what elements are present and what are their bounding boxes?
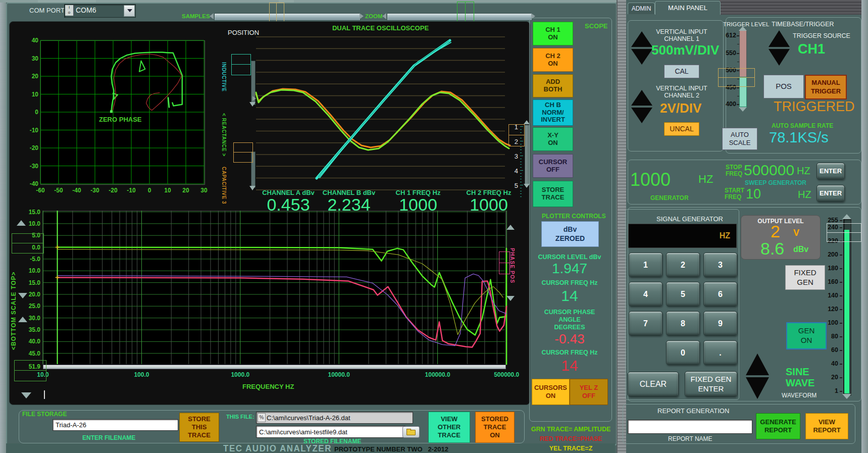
ch1-down-arrow[interactable] [631, 49, 652, 65]
dbv-zeroed-button[interactable]: dBv ZEROED [541, 221, 599, 247]
generator-hz: HZ [698, 173, 713, 186]
filename-input[interactable]: Triad-A-26 [53, 419, 178, 431]
level-slider-handle-arrow[interactable] [842, 394, 851, 399]
waveform-down-arrow[interactable] [746, 377, 769, 399]
freq-scale-down[interactable] [18, 293, 27, 298]
generate-report-button[interactable]: GENERATE REPORT [756, 413, 800, 439]
level-tick [840, 350, 842, 351]
scope-scale-handle[interactable] [508, 124, 525, 146]
trigger-tick-label: 550 [723, 49, 736, 57]
freq-hscrollbar[interactable] [43, 365, 506, 369]
pos-button[interactable]: POS [763, 75, 804, 98]
level-tick [840, 295, 842, 296]
level-tick [840, 255, 842, 256]
freq-x-tick: 1000.0 [223, 371, 258, 378]
start-freq-label: START FREQ [725, 187, 741, 200]
freq-y-tick: 10.0 [23, 220, 40, 227]
key-0[interactable]: 0 [666, 340, 700, 365]
scope-button-ch-2[interactable]: CH 2 ON [533, 48, 573, 72]
yel-z-off-button[interactable]: YEL Z OFF [570, 379, 608, 405]
freq-top-scale-up[interactable] [17, 220, 26, 226]
key-7[interactable]: 7 [629, 311, 662, 336]
waveform-label: WAVEFORM [782, 392, 816, 399]
stored-file-input[interactable]: C:\ami\curves\ami-testfile9.dat [256, 426, 405, 438]
signal-gen-display[interactable]: HZ [628, 224, 737, 248]
com-port-dropdown[interactable]: Io COM6 [64, 4, 136, 18]
key-dot[interactable]: . [703, 340, 737, 365]
io-icon: Io [65, 5, 74, 16]
auto-scale-button[interactable]: AUTO SCALE [722, 128, 757, 150]
right-top-band [720, 0, 868, 15]
wave-value: SINE WAVE [786, 366, 814, 388]
store-this-trace-button[interactable]: STORE THIS TRACE [179, 413, 219, 442]
samples-slider-left-arrow[interactable] [210, 13, 214, 19]
key-9[interactable]: 9 [703, 311, 737, 336]
samples-slider[interactable] [214, 13, 361, 21]
scope-scale-tick [520, 182, 522, 182]
ch2-down-arrow[interactable] [631, 108, 652, 123]
key-6[interactable]: 6 [703, 282, 737, 307]
trigger-slider-up[interactable] [739, 26, 747, 31]
view-report-button[interactable]: VIEW REPORT [805, 413, 848, 439]
level-tick-label: 20 [822, 374, 838, 381]
stored-trace-on-button[interactable]: STORED TRACE ON [475, 412, 515, 443]
sample-rate-label: AUTO SAMPLE RATE [772, 122, 833, 129]
freq-top-scale-box[interactable] [12, 233, 44, 254]
scope-button-add[interactable]: ADD BOTH [533, 74, 573, 97]
key-4[interactable]: 4 [629, 282, 662, 307]
inductive-label: INDUCTIVE [221, 62, 227, 91]
freq-bottom-scale-up[interactable] [18, 317, 27, 322]
trigger-slider-down[interactable] [739, 107, 747, 112]
scope-button-cursor[interactable]: CURSOR OFF [533, 154, 573, 178]
key-2[interactable]: 2 [666, 253, 700, 277]
scope-button-ch-1[interactable]: CH 1 ON [533, 22, 573, 45]
manual-trigger-button[interactable]: MANUAL TRIGGER [805, 75, 847, 99]
cal-button[interactable]: CAL [664, 65, 699, 78]
scope-button-store[interactable]: STORE TRACE [533, 181, 573, 207]
uncal-button[interactable]: UNCAL [664, 122, 699, 136]
level-handle[interactable] [827, 223, 861, 242]
report-header: REPORT GENERATION [657, 407, 729, 415]
ch2-up-arrow[interactable] [631, 90, 652, 106]
ch1-up-arrow[interactable] [631, 31, 652, 47]
cursors-on-button[interactable]: CURSORS ON [532, 379, 570, 405]
report-name-label: REPORT NAME [668, 435, 712, 442]
xy-y-tick: 0 [24, 109, 38, 116]
tab-main-panel[interactable]: MAIN PANEL [655, 1, 721, 15]
signal-generator-header: SIGNAL GENERATOR [656, 215, 723, 223]
zoom-slider-left-arrow[interactable] [382, 13, 386, 19]
scope-button-ch-b[interactable]: CH B NORM/ INVERT [533, 99, 573, 126]
fixed-gen-enter-button[interactable]: FIXED GEN ENTER [685, 371, 737, 397]
phase-pos-up[interactable] [506, 225, 515, 230]
freq-y-tick: 15.0 [23, 279, 40, 286]
timebase-down-arrow[interactable] [769, 49, 790, 66]
browse-button[interactable] [402, 426, 420, 438]
ch1-position-handle[interactable] [231, 54, 251, 75]
enter-start-button[interactable]: ENTER [816, 185, 845, 202]
key-1[interactable]: 1 [629, 253, 662, 277]
samples-slider-right-arrow[interactable] [360, 13, 364, 19]
key-5[interactable]: 5 [666, 282, 700, 307]
scope-button-x-y[interactable]: X-Y ON [533, 127, 573, 151]
view-other-trace-button[interactable]: VIEW OTHER TRACE [428, 412, 470, 443]
clear-button[interactable]: CLEAR [628, 372, 679, 397]
report-name-input[interactable] [628, 420, 752, 434]
fixed-gen-button[interactable]: FIXED GEN [785, 265, 825, 290]
this-file-input[interactable]: % C:\ami\curves\Triad-A-26.dat [256, 412, 413, 424]
level-slider-up[interactable] [842, 214, 851, 219]
trigger-source-value: CH1 [798, 41, 825, 57]
trigger-handle[interactable] [718, 68, 755, 87]
freq-bottom-down[interactable] [21, 392, 31, 398]
timebase-up-arrow[interactable] [769, 30, 790, 47]
phase-pos-down[interactable] [506, 296, 515, 301]
ch2-position-handle[interactable] [233, 142, 253, 163]
freq-bottom-scale-box[interactable] [14, 360, 46, 381]
waveform-up-arrow[interactable] [746, 354, 769, 375]
key-8[interactable]: 8 [666, 311, 700, 336]
right-edge-strip [861, 0, 868, 453]
key-3[interactable]: 3 [703, 253, 737, 277]
phase-pos-handle[interactable] [499, 251, 510, 274]
enter-stop-button[interactable]: ENTER [816, 163, 845, 180]
tab-admin[interactable]: ADMIN [628, 3, 655, 14]
gen-on-button[interactable]: GEN ON [786, 322, 827, 349]
